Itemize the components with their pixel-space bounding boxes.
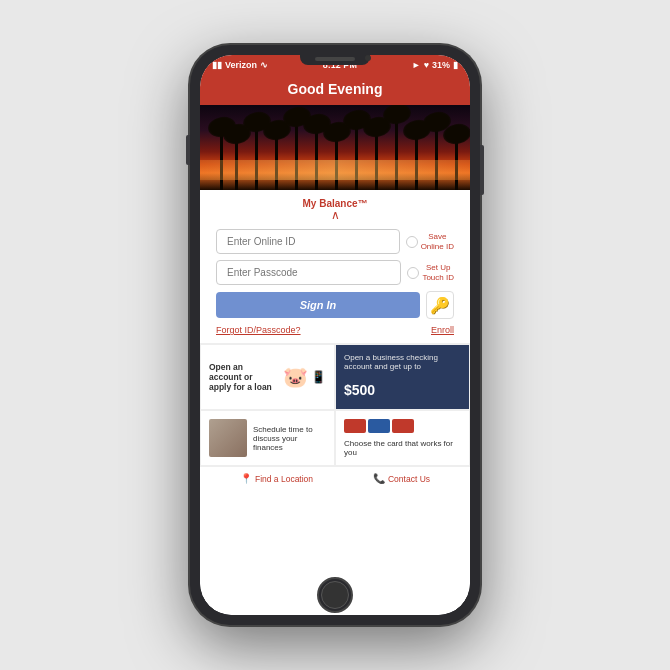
phone-camera bbox=[365, 55, 371, 61]
palm-tree bbox=[295, 125, 298, 190]
piggy-bank-icon: 🐷 bbox=[283, 365, 308, 389]
signal-icon: ▮▮ bbox=[212, 60, 222, 70]
login-form: SaveOnline ID Set UpTouch ID Sign In 🔑 bbox=[200, 225, 470, 343]
passcode-input[interactable] bbox=[216, 260, 401, 285]
red-card-2-icon bbox=[392, 419, 414, 433]
enroll-link[interactable]: Enroll bbox=[431, 325, 454, 335]
business-amount: $500 bbox=[344, 375, 461, 401]
open-account-text: Open an account or apply for a loan bbox=[209, 362, 279, 392]
red-card-icon bbox=[344, 419, 366, 433]
carrier-label: Verizon bbox=[225, 60, 257, 70]
online-id-input[interactable] bbox=[216, 229, 400, 254]
phone-device-icon: 📱 bbox=[311, 370, 326, 384]
main-content: My Balance™ ∧ SaveOnline ID bbox=[200, 190, 470, 615]
touch-id-option[interactable]: Set UpTouch ID bbox=[407, 263, 454, 282]
schedule-text: Schedule time to discuss your finances bbox=[253, 425, 326, 452]
card-1-icons: 🐷 📱 bbox=[283, 365, 326, 389]
dollar-sign: $ bbox=[344, 382, 352, 398]
touch-id-radio[interactable] bbox=[407, 267, 419, 279]
schedule-card[interactable]: Schedule time to discuss your finances bbox=[200, 410, 335, 466]
promo-cards: Open an account or apply for a loan 🐷 📱 … bbox=[200, 343, 470, 466]
footer-links: 📍 Find a Location 📞 Contact Us bbox=[200, 466, 470, 490]
greeting-title: Good Evening bbox=[288, 81, 383, 97]
sign-in-button[interactable]: Sign In bbox=[216, 292, 420, 318]
save-id-label: SaveOnline ID bbox=[421, 232, 454, 251]
balance-section: My Balance™ ∧ bbox=[200, 190, 470, 225]
hero-image bbox=[200, 105, 470, 190]
home-button-inner bbox=[321, 581, 349, 609]
touch-id-label: Set UpTouch ID bbox=[422, 263, 454, 282]
online-id-row: SaveOnline ID bbox=[216, 229, 454, 254]
fingerprint-button[interactable]: 🔑 bbox=[426, 291, 454, 319]
find-location-link[interactable]: 📍 Find a Location bbox=[240, 473, 313, 484]
forgot-link[interactable]: Forgot ID/Passcode? bbox=[216, 325, 301, 335]
phone-frame: ▮▮ Verizon ∿ 8:12 PM ► ♥ 31% ▮ Good Even… bbox=[190, 45, 480, 625]
amount-value: 500 bbox=[352, 382, 375, 398]
passcode-row: Set UpTouch ID bbox=[216, 260, 454, 285]
save-id-radio[interactable] bbox=[406, 236, 418, 248]
heart-icon: ♥ bbox=[424, 60, 429, 70]
blue-card-icon bbox=[368, 419, 390, 433]
location-status-icon: ► bbox=[412, 60, 421, 70]
phone-speaker bbox=[315, 57, 355, 61]
open-account-card[interactable]: Open an account or apply for a loan 🐷 📱 bbox=[200, 344, 335, 410]
save-online-id-option[interactable]: SaveOnline ID bbox=[406, 232, 454, 251]
location-pin-icon: 📍 bbox=[240, 473, 252, 484]
balance-arrow: ∧ bbox=[200, 209, 470, 221]
wifi-icon: ∿ bbox=[260, 60, 268, 70]
top-bar: Good Evening bbox=[200, 75, 470, 105]
phone-call-icon: 📞 bbox=[373, 473, 385, 484]
palm-tree bbox=[355, 128, 358, 190]
phone-inner: ▮▮ Verizon ∿ 8:12 PM ► ♥ 31% ▮ Good Even… bbox=[200, 55, 470, 615]
contact-us-label: Contact Us bbox=[388, 474, 430, 484]
choose-card-card[interactable]: Choose the card that works for you bbox=[335, 410, 470, 466]
home-button[interactable] bbox=[317, 577, 353, 613]
advisor-image bbox=[209, 419, 247, 457]
status-right: ► ♥ 31% ▮ bbox=[412, 60, 458, 70]
choose-card-text: Choose the card that works for you bbox=[344, 439, 461, 457]
credit-cards-display bbox=[344, 419, 461, 433]
battery-label: 31% bbox=[432, 60, 450, 70]
contact-us-link[interactable]: 📞 Contact Us bbox=[373, 473, 430, 484]
street-lights bbox=[200, 160, 470, 180]
screen: ▮▮ Verizon ∿ 8:12 PM ► ♥ 31% ▮ Good Even… bbox=[200, 55, 470, 615]
business-text: Open a business checking account and get… bbox=[344, 353, 461, 371]
find-location-label: Find a Location bbox=[255, 474, 313, 484]
status-left: ▮▮ Verizon ∿ bbox=[212, 60, 268, 70]
battery-icon: ▮ bbox=[453, 60, 458, 70]
sign-in-row: Sign In 🔑 bbox=[216, 291, 454, 319]
business-checking-card[interactable]: Open a business checking account and get… bbox=[335, 344, 470, 410]
links-row: Forgot ID/Passcode? Enroll bbox=[216, 323, 454, 337]
